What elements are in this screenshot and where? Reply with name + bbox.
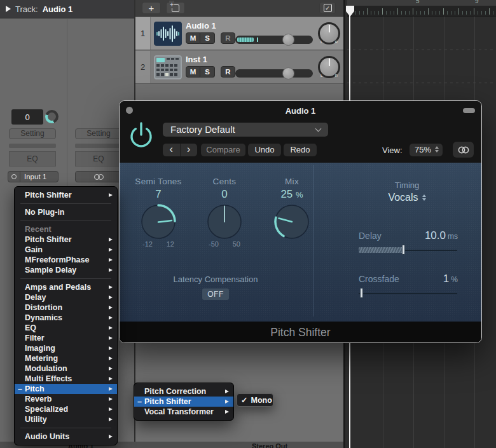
add-track-button[interactable]: +	[142, 2, 161, 14]
crossfade-slider[interactable]	[359, 290, 457, 296]
level-peak-tick	[257, 37, 258, 42]
mute-button[interactable]: M	[186, 32, 200, 44]
menu-item-multi-effects[interactable]: Multi Effects	[15, 374, 117, 384]
delay-slider[interactable]	[359, 247, 457, 253]
menu-item-mono[interactable]: Mono	[251, 396, 272, 405]
menu-separator	[20, 278, 111, 279]
link-button[interactable]	[453, 142, 474, 158]
menu-item-delay[interactable]: Delay	[15, 292, 117, 302]
mix-knob[interactable]	[274, 204, 310, 240]
volume-slider[interactable]	[235, 69, 313, 78]
menu-item-recent-sample-delay[interactable]: Sample Delay	[15, 265, 117, 275]
stereo-circle-icon	[98, 174, 104, 180]
submenu-arrow-icon	[109, 285, 113, 289]
volume-slider-thumb[interactable]	[282, 67, 294, 79]
knob-min-label: -50	[209, 240, 219, 248]
output-setting-button[interactable]: Setting	[75, 128, 122, 139]
menu-item-pitch-shifter-current[interactable]: Pitch Shifter	[15, 190, 117, 200]
track-options-button[interactable]: ✓	[319, 2, 336, 14]
pan-knob[interactable]: L R	[318, 22, 340, 44]
disclosure-triangle-icon[interactable]	[6, 6, 11, 12]
submenu-arrow-icon	[109, 326, 113, 330]
semitones-control: Semi Tones 7 -12 12	[123, 177, 193, 248]
record-enable-button[interactable]: R	[221, 32, 235, 44]
menu-item-specialized[interactable]: Specialized	[15, 404, 117, 414]
submenu-arrow-icon	[109, 295, 113, 299]
output-eq-slot[interactable]: EQ	[75, 151, 122, 166]
submenu-arrow-icon	[109, 258, 113, 262]
menu-item-no-plugin[interactable]: No Plug-in	[15, 207, 117, 217]
next-preset-button[interactable]: ›	[181, 144, 198, 156]
menu-item-audio-units[interactable]: Audio Units	[15, 431, 117, 442]
menu-item-modulation[interactable]: Modulation	[15, 363, 117, 374]
solo-button[interactable]: S	[200, 32, 215, 44]
cents-knob[interactable]	[207, 204, 242, 240]
menu-separator	[20, 221, 111, 221]
view-zoom-stepper[interactable]: 75%	[410, 144, 443, 156]
bar-number-strip: 5 9	[347, 0, 496, 6]
menu-item-pitch[interactable]: –Pitch	[15, 384, 117, 394]
stereo-format-button[interactable]	[75, 171, 122, 182]
submenu-item-pitch-shifter[interactable]: –Pitch Shifter	[134, 397, 233, 407]
solo-button[interactable]: S	[200, 66, 215, 78]
menu-item-recent-mfreeformphase[interactable]: MFreeformPhase	[15, 255, 117, 265]
input-slot-button[interactable]: Input 1	[8, 171, 59, 182]
menu-item-amps-and-pedals[interactable]: Amps and Pedals	[15, 282, 117, 292]
menu-item-distortion[interactable]: Distortion	[15, 302, 117, 313]
submenu-arrow-icon	[109, 407, 113, 411]
submenu-arrow-icon	[225, 410, 229, 414]
view-label: View:	[382, 146, 403, 155]
menu-item-recent-pitch-shifter[interactable]: Pitch Shifter	[15, 234, 117, 245]
record-enable-button[interactable]: R	[221, 66, 235, 78]
delay-slider-thumb[interactable]	[402, 245, 405, 255]
previous-preset-button[interactable]: ‹	[163, 144, 181, 156]
track-number[interactable]: 1	[135, 17, 151, 50]
preset-dropdown[interactable]: Factory Default	[163, 123, 328, 137]
channel-eq-slot[interactable]: EQ	[9, 151, 56, 166]
window-close-button[interactable]	[126, 107, 133, 114]
submenu-arrow-icon	[109, 336, 113, 340]
volume-slider[interactable]	[235, 36, 313, 44]
menu-item-eq[interactable]: EQ	[15, 323, 117, 333]
pan-right-label: R	[335, 40, 338, 44]
latency-toggle[interactable]: OFF	[202, 288, 229, 300]
menu-item-dynamics[interactable]: Dynamics	[15, 313, 117, 323]
track-row-inst1[interactable]: 2 Inst 1	[135, 51, 343, 84]
gain-knob[interactable]	[45, 110, 59, 123]
plugin-name-bar: Pitch Shifter	[120, 322, 481, 343]
audio-waveform-icon	[154, 22, 182, 46]
menu-item-imaging[interactable]: Imaging	[15, 343, 117, 353]
submenu-arrow-icon	[109, 306, 113, 309]
cents-control: Cents 0 -50 50	[189, 177, 259, 248]
menu-item-filter[interactable]: Filter	[15, 333, 117, 343]
duplicate-track-button[interactable]	[166, 2, 185, 14]
channel-setting-button[interactable]: Setting	[9, 128, 56, 139]
submenu-arrow-icon	[225, 390, 229, 393]
pan-knob[interactable]: L R	[318, 56, 340, 78]
menu-item-recent-gain[interactable]: Gain	[15, 245, 117, 255]
timing-dropdown[interactable]: Vocals	[388, 192, 425, 203]
menu-item-metering[interactable]: Metering	[15, 353, 117, 363]
volume-slider-thumb[interactable]	[282, 34, 294, 46]
mute-button[interactable]: M	[186, 66, 200, 78]
menu-item-reverb[interactable]: Reverb	[15, 394, 117, 404]
gain-value-field[interactable]: 0	[11, 109, 43, 125]
submenu-item-vocal-transformer[interactable]: Vocal Transformer	[134, 407, 233, 417]
plugin-header[interactable]: Audio 1 Factory Default ‹ › Compare Undo…	[120, 101, 481, 163]
timeline-ruler[interactable]	[347, 6, 496, 17]
menu-item-utility[interactable]: Utility	[15, 414, 117, 424]
latency-label: Latency Compensation	[152, 275, 279, 284]
semitones-knob[interactable]	[141, 204, 176, 240]
crossfade-slider-thumb[interactable]	[360, 288, 363, 298]
track-inspector-header[interactable]: Track: Audio 1	[0, 0, 135, 18]
submenu-item-pitch-correction[interactable]: Pitch Correction	[134, 386, 233, 397]
compare-button[interactable]: Compare	[201, 144, 245, 156]
track-row-audio1[interactable]: 1 Audio 1 M S	[135, 17, 343, 50]
redo-button[interactable]: Redo	[284, 144, 317, 156]
track-number[interactable]: 2	[135, 51, 151, 83]
plugin-power-button[interactable]	[128, 120, 154, 148]
semitones-label: Semi Tones	[123, 177, 193, 186]
selected-dash: –	[18, 384, 22, 394]
undo-button[interactable]: Undo	[248, 144, 281, 156]
window-resize-handle[interactable]	[463, 108, 475, 113]
